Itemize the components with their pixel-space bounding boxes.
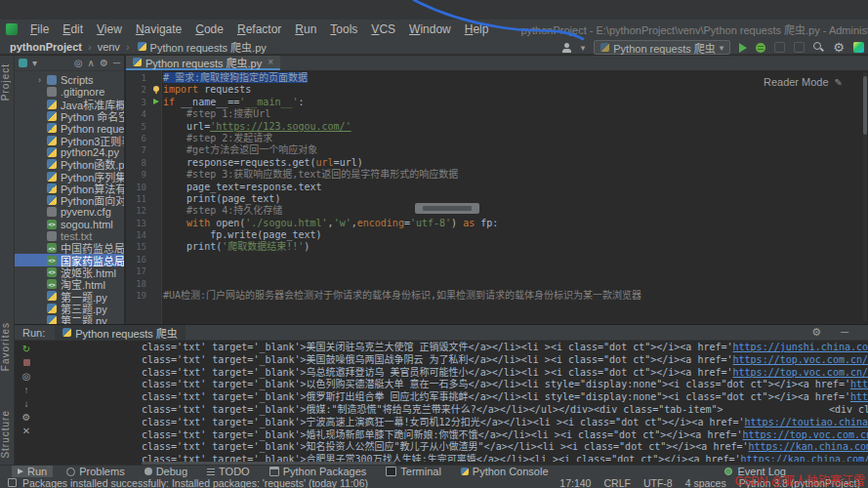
down-stack-icon[interactable]: ↓ bbox=[21, 398, 32, 409]
line-number: 13 bbox=[126, 218, 150, 229]
notification-badge-icon bbox=[724, 468, 732, 475]
profiler-button[interactable] bbox=[794, 42, 805, 53]
hide-panel-icon[interactable]: ─ bbox=[841, 326, 848, 338]
console-link[interactable]: https://toutiao.china.com/s_sqgg/ht/1300… bbox=[745, 417, 868, 427]
chevron-down-icon[interactable]: ▾ bbox=[581, 43, 586, 53]
project-view-combo-icon[interactable] bbox=[19, 59, 27, 67]
tree-item-python3-py[interactable]: Python3正则表达式.py bbox=[15, 134, 124, 145]
editor-scrollbar[interactable] bbox=[863, 72, 867, 321]
menu-edit[interactable]: Edit bbox=[56, 22, 90, 36]
menu-view[interactable]: View bbox=[90, 22, 129, 36]
settings-icon[interactable]: ⚙ bbox=[21, 412, 32, 423]
settings-icon[interactable]: ⚙ bbox=[100, 59, 108, 68]
status-item-utf-8[interactable]: UTF-8 bbox=[643, 477, 673, 488]
tree-item-scripts[interactable]: ›Scripts bbox=[15, 74, 124, 86]
console-link[interactable]: https://top.voc.com.cn/sq_dhzis/article/… bbox=[850, 391, 868, 402]
event-icon[interactable] bbox=[8, 478, 17, 487]
menu-vcs[interactable]: VCS bbox=[364, 22, 402, 36]
stop-square bbox=[23, 359, 30, 366]
stop-icon[interactable] bbox=[21, 357, 32, 368]
run-button[interactable] bbox=[739, 43, 747, 53]
editor-canvas[interactable]: 1# 需求:爬取搜狗指定的页面数据2import requests3if __n… bbox=[126, 70, 868, 324]
collapse-all-icon[interactable]: ∧ bbox=[88, 59, 95, 68]
search-everywhere-icon[interactable] bbox=[813, 42, 824, 53]
console-line: class='txt' target='_blank'>俄媒:"制造恐慌"将给乌… bbox=[38, 404, 868, 417]
scrollbar-thumb[interactable] bbox=[863, 76, 867, 135]
coverage-button[interactable] bbox=[774, 42, 785, 53]
toolwindow-button-label: Problems bbox=[79, 466, 124, 477]
status-item-crlf[interactable]: CRLF bbox=[603, 477, 630, 488]
breadcrumb-separator: › bbox=[88, 41, 92, 53]
menu-refactor[interactable]: Refactor bbox=[230, 22, 288, 36]
menu-file[interactable]: File bbox=[23, 22, 56, 36]
console-link[interactable]: https://junshi.china.com/s_sgyi/gogo/130… bbox=[733, 342, 868, 352]
close-icon[interactable]: × bbox=[268, 57, 273, 67]
text-segment: if bbox=[163, 97, 175, 107]
status-item-17-140[interactable]: 17:140 bbox=[559, 477, 591, 488]
chevron-down-icon[interactable]: ▾ bbox=[32, 59, 37, 68]
console-link[interactable]: https://top.voc.com.cn/sq_dhzis/article/… bbox=[733, 367, 868, 378]
text-segment bbox=[163, 133, 186, 143]
tool-tab-project[interactable]: Project bbox=[0, 63, 14, 101]
reader-mode-toggle[interactable]: Reader Mode ✎ bbox=[764, 76, 843, 88]
gutter-space bbox=[150, 241, 163, 253]
text-segment bbox=[163, 218, 186, 228]
clear-icon[interactable]: ✕ bbox=[21, 426, 32, 436]
toolwindow-button-terminal[interactable]: Terminal bbox=[380, 466, 447, 478]
console-link[interactable]: https://top.voc.com.cn/sq_dhzis/article/… bbox=[733, 354, 868, 365]
text-segment: #step 1:搜索Url bbox=[186, 108, 270, 119]
debug-button[interactable] bbox=[756, 43, 765, 53]
tree-item--py[interactable]: 第二题.py bbox=[15, 314, 124, 324]
menu-code[interactable]: Code bbox=[188, 22, 230, 36]
tree-item-python-py[interactable]: Python面向对象.py bbox=[15, 194, 124, 206]
console-link[interactable]: https://kan.china.com/qd/sogou1/article/… bbox=[749, 441, 868, 452]
tree-item-sogou-html[interactable]: <>sogou.html bbox=[15, 219, 124, 230]
pin-icon[interactable]: ◎ bbox=[21, 371, 32, 382]
tree-item-pyvenv-cfg[interactable]: pyvenv.cfg bbox=[15, 206, 124, 218]
menu-window[interactable]: Window bbox=[402, 22, 458, 36]
console-link[interactable]: https://top.voc.com.cn/sq_dhz/article/36… bbox=[743, 429, 868, 440]
chevron-down-icon: ▾ bbox=[720, 43, 724, 53]
status-message[interactable]: Packages installed successfully: Install… bbox=[22, 477, 368, 488]
text-segment: class='txt' target='_blank'>知名投资人公然回应"教儿… bbox=[142, 441, 749, 452]
run-tab[interactable]: Python requests 爬虫 bbox=[55, 325, 186, 340]
breadcrumb-file[interactable]: Python requests 爬虫.py bbox=[150, 39, 267, 55]
editor-line: 10 page_text=response.text bbox=[126, 182, 868, 193]
run-gutter-icon[interactable] bbox=[150, 97, 163, 108]
menu-navigate[interactable]: Navigate bbox=[129, 22, 188, 36]
html-file-icon: <> bbox=[47, 267, 57, 277]
expand-arrow-icon[interactable]: › bbox=[38, 75, 47, 85]
toolwindow-button-label: Terminal bbox=[400, 466, 441, 477]
settings-icon[interactable]: ⚙ bbox=[811, 326, 821, 338]
todo-icon bbox=[207, 468, 215, 475]
txt-file-icon bbox=[47, 231, 57, 241]
tool-tab-structure[interactable]: Structure bbox=[0, 410, 14, 459]
run-tab-label: Python requests 爬虫 bbox=[75, 325, 178, 341]
console-output[interactable]: class='txt' target='_blank'>美国关闭驻乌克兰大使馆 … bbox=[38, 342, 868, 462]
hide-panel-icon[interactable]: ─ bbox=[113, 59, 120, 68]
text-segment: url bbox=[316, 157, 334, 168]
gutter-space bbox=[150, 121, 163, 133]
code-text: response=requests.get(url=url) bbox=[163, 157, 363, 169]
text-segment: url= bbox=[163, 121, 210, 132]
editor-tab-active[interactable]: Python requests 爬虫.py × bbox=[126, 56, 280, 70]
user-icon[interactable] bbox=[561, 43, 572, 53]
menu-help[interactable]: Help bbox=[458, 22, 496, 36]
rerun-icon[interactable]: ↻ bbox=[21, 344, 32, 354]
run-config-select[interactable]: Python requests 爬虫 ▾ bbox=[594, 40, 730, 55]
breadcrumb-venv[interactable]: venv bbox=[98, 41, 120, 53]
console-link[interactable]: https://kan.china.com/qd/sogou2/article/… bbox=[741, 454, 868, 462]
code-text: import requests bbox=[163, 84, 251, 96]
menu-tools[interactable]: Tools bbox=[323, 22, 364, 36]
tool-tab-favorites[interactable]: Favorites bbox=[0, 322, 14, 371]
up-stack-icon[interactable]: ↑ bbox=[21, 385, 32, 395]
locate-file-icon[interactable]: ◎ bbox=[74, 59, 83, 68]
py-file-icon bbox=[47, 136, 57, 145]
status-item-4-spaces[interactable]: 4 spaces bbox=[685, 477, 726, 488]
menu-run[interactable]: Run bbox=[288, 22, 323, 36]
py-file-icon bbox=[47, 291, 57, 301]
toolwindow-button-python-console[interactable]: Python Console bbox=[455, 466, 555, 478]
console-link[interactable]: https://top.voc.com.cn/sq_dhzis/article/… bbox=[850, 379, 868, 389]
breadcrumb-project[interactable]: pythonProject bbox=[10, 41, 82, 53]
settings-gear-icon[interactable]: ⚙ bbox=[833, 42, 845, 53]
